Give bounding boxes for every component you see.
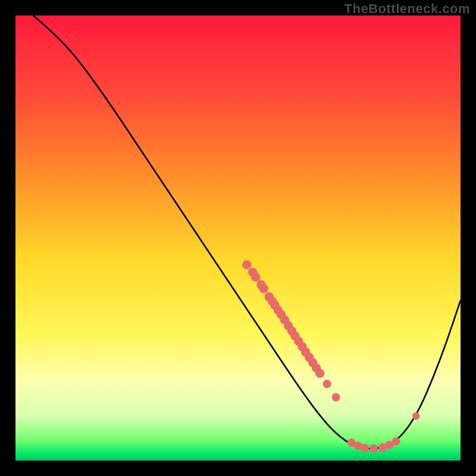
watermark-text: TheBottleneck.com bbox=[345, 1, 470, 17]
data-dot bbox=[315, 369, 324, 378]
data-dot bbox=[242, 260, 251, 269]
data-dot bbox=[323, 380, 331, 388]
data-dot bbox=[332, 393, 340, 402]
data-dot bbox=[259, 284, 268, 293]
gradient-background bbox=[15, 15, 461, 461]
data-dot bbox=[251, 273, 260, 281]
bottleneck-chart bbox=[0, 0, 476, 476]
data-dot bbox=[361, 444, 369, 452]
data-dot bbox=[392, 437, 400, 446]
chart-frame: TheBottleneck.com bbox=[0, 0, 476, 476]
data-dot bbox=[412, 412, 420, 420]
data-dot bbox=[369, 444, 378, 453]
